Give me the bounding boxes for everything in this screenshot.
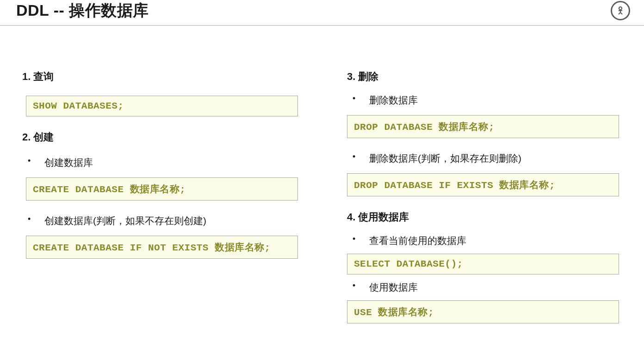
right-column: 3. 删除 删除数据库 DROP DATABASE 数据库名称; 删除数据库(判…: [347, 70, 630, 337]
section-heading-create: 2. 创建: [22, 130, 305, 144]
content-area: 1. 查询 SHOW DATABASES; 2. 创建 创建数据库 CREATE…: [0, 26, 644, 337]
svg-point-0: [619, 7, 622, 10]
logo-icon: [611, 1, 630, 20]
bullet-select-database: 查看当前使用的数据库: [347, 234, 630, 247]
header: DDL -- 操作数据库: [0, 0, 644, 26]
code-drop-database: DROP DATABASE 数据库名称;: [347, 115, 619, 138]
code-select-database: SELECT DATABASE();: [347, 254, 619, 274]
page-title: DDL -- 操作数据库: [16, 0, 149, 21]
code-create-database: CREATE DATABASE 数据库名称;: [26, 177, 298, 201]
code-show-databases: SHOW DATABASES;: [26, 96, 298, 116]
bullet-drop-db-ifexists: 删除数据库(判断，如果存在则删除): [347, 152, 630, 165]
bullet-create-db-ifnotexists: 创建数据库(判断，如果不存在则创建): [22, 214, 305, 227]
code-drop-database-ifexists: DROP DATABASE IF EXISTS 数据库名称;: [347, 173, 619, 196]
code-use-database: USE 数据库名称;: [347, 300, 619, 323]
section-heading-delete: 3. 删除: [347, 70, 630, 84]
code-create-database-ifnotexists: CREATE DATABASE IF NOT EXISTS 数据库名称;: [26, 236, 298, 259]
section-heading-use: 4. 使用数据库: [347, 210, 630, 224]
section-heading-query: 1. 查询: [22, 70, 305, 84]
bullet-use-database: 使用数据库: [347, 281, 630, 294]
bullet-create-db: 创建数据库: [22, 156, 305, 169]
bullet-drop-db: 删除数据库: [347, 94, 630, 107]
left-column: 1. 查询 SHOW DATABASES; 2. 创建 创建数据库 CREATE…: [22, 70, 305, 337]
